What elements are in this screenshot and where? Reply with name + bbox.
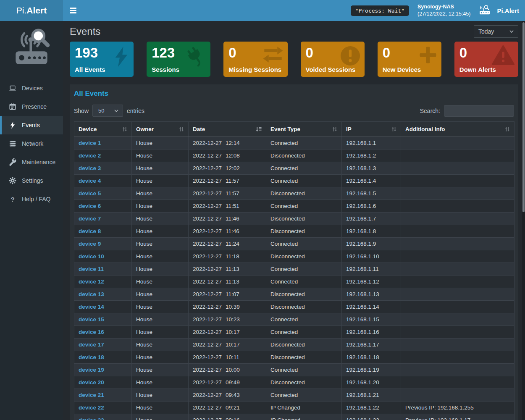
owner-cell: House [132, 351, 189, 364]
brand-logo[interactable]: Pi.Alert [0, 0, 63, 21]
calendar-icon [9, 103, 16, 110]
owner-cell: House [132, 313, 189, 326]
sidebar-item-label: Presence [22, 103, 47, 110]
table-row: device 21 House 2022-12-2709:43 Connecte… [74, 389, 514, 402]
device-link[interactable]: device 11 [79, 266, 104, 272]
owner-cell: House [132, 263, 189, 276]
sidebar-item-help[interactable]: ? Help / FAQ [0, 190, 63, 208]
device-link[interactable]: device 20 [79, 379, 104, 386]
sidebar-item-network[interactable]: Network [0, 134, 63, 153]
ip-cell: 192.168.1.4 [342, 175, 401, 187]
device-link[interactable]: device 21 [79, 392, 104, 398]
device-link[interactable]: device 12 [79, 278, 104, 285]
event-type-cell: Connected [266, 263, 342, 276]
plug-icon [185, 45, 207, 69]
time-value: 10:00 [226, 367, 240, 373]
table-row: device 10 House 2022-12-2711:18 Disconne… [74, 250, 514, 263]
bolt-icon [113, 45, 130, 70]
device-link[interactable]: device 10 [79, 253, 104, 260]
owner-cell: House [132, 402, 189, 414]
ip-cell: 192.168.1.15 [342, 313, 401, 326]
ip-cell: 192.168.1.23 [342, 414, 401, 420]
owner-cell: House [132, 213, 189, 225]
device-link[interactable]: device 5 [79, 190, 101, 197]
device-cell: device 17 [74, 339, 132, 351]
scrollbar-thumb[interactable] [522, 22, 525, 212]
search-input[interactable] [444, 105, 514, 117]
stat-card-all-events[interactable]: 193 All Events [70, 42, 134, 77]
stat-card-voided-sessions[interactable]: 0 Voided Sessions [301, 42, 365, 77]
device-link[interactable]: device 15 [79, 316, 104, 323]
device-link[interactable]: device 6 [79, 203, 101, 209]
sidebar-item-label: Maintenance [22, 159, 55, 165]
device-cell: device 7 [74, 213, 132, 225]
device-link[interactable]: device 3 [79, 165, 101, 171]
device-link[interactable]: device 19 [79, 367, 104, 373]
hamburger-menu-icon[interactable] [66, 3, 81, 18]
device-link[interactable]: device 23 [79, 417, 104, 420]
stat-card-sessions[interactable]: 123 Sessions [147, 42, 210, 77]
time-value: 09:16 [226, 417, 240, 420]
owner-cell: House [132, 376, 189, 389]
ip-cell: 192.168.1.11 [342, 263, 401, 276]
stat-card-missing-sessions[interactable]: 0 Missing Sessions [223, 42, 287, 77]
device-link[interactable]: device 17 [79, 341, 104, 348]
date-cell: 2022-12-2711:24 [189, 238, 266, 250]
stat-card-new-devices[interactable]: 0 New Devices [378, 42, 441, 77]
sidebar: Devices Presence Events Network Maintena… [0, 21, 63, 420]
exchange-arrows-icon [262, 45, 284, 66]
device-link[interactable]: device 2 [79, 152, 101, 159]
period-select[interactable]: Today [474, 25, 518, 38]
date-cell: 2022-12-2709:21 [189, 402, 266, 414]
event-type-cell: Connected [266, 137, 342, 150]
column-header-additional-info[interactable]: Additional Info [401, 122, 514, 137]
stat-card-down-alerts[interactable]: 0 Down Alerts [454, 42, 518, 77]
sidebar-item-devices[interactable]: Devices [0, 79, 63, 97]
table-row: device 6 House 2022-12-2711:51 Connected… [74, 200, 514, 213]
event-type-cell: Connected [266, 238, 342, 250]
additional-info-cell [401, 162, 514, 175]
date-cell: 2022-12-2711:57 [189, 187, 266, 200]
app-link[interactable]: Pi.Alert [479, 5, 520, 16]
sidebar-item-events[interactable]: Events [0, 116, 63, 134]
device-cell: device 14 [74, 301, 132, 313]
device-cell: device 22 [74, 402, 132, 414]
device-cell: device 2 [74, 150, 132, 162]
column-header-event-type[interactable]: Event Type [266, 122, 342, 137]
column-header-ip[interactable]: IP [342, 122, 401, 137]
device-link[interactable]: device 1 [79, 140, 101, 146]
owner-cell: House [132, 238, 189, 250]
column-header-date[interactable]: Date [189, 122, 266, 137]
device-link[interactable]: device 22 [79, 404, 104, 411]
device-cell: device 4 [74, 175, 132, 187]
device-link[interactable]: device 18 [79, 354, 104, 360]
sidebar-item-maintenance[interactable]: Maintenance [0, 153, 63, 171]
date-cell: 2022-12-2712:02 [189, 162, 266, 175]
sidebar-item-settings[interactable]: Settings [0, 171, 63, 190]
additional-info-cell [401, 301, 514, 313]
column-header-owner[interactable]: Owner [132, 122, 189, 137]
time-value: 10:39 [226, 304, 240, 310]
date-value: 2022-12-27 [193, 165, 222, 171]
device-link[interactable]: device 16 [79, 329, 104, 335]
event-type-cell: Disconnected [266, 187, 342, 200]
sidebar-item-label: Network [22, 140, 43, 147]
events-table: Device Owner Date Event Type IP Addition… [74, 121, 514, 420]
sidebar-item-presence[interactable]: Presence [0, 97, 63, 116]
table-row: device 19 House 2022-12-2710:00 Connecte… [74, 364, 514, 376]
event-type-cell: Connected [266, 389, 342, 402]
device-link[interactable]: device 8 [79, 228, 101, 234]
device-link[interactable]: device 13 [79, 291, 104, 297]
device-link[interactable]: device 9 [79, 241, 101, 247]
device-cell: device 21 [74, 389, 132, 402]
date-value: 2022-12-27 [193, 152, 222, 159]
page-length-select[interactable]: 50 [92, 105, 123, 117]
owner-cell: House [132, 326, 189, 339]
additional-info-cell [401, 326, 514, 339]
device-link[interactable]: device 7 [79, 215, 101, 222]
network-icon [9, 140, 16, 147]
table-row: device 13 House 2022-12-2711:07 Disconne… [74, 288, 514, 301]
column-header-device[interactable]: Device [74, 122, 132, 137]
device-link[interactable]: device 14 [79, 304, 104, 310]
device-link[interactable]: device 4 [79, 178, 101, 184]
